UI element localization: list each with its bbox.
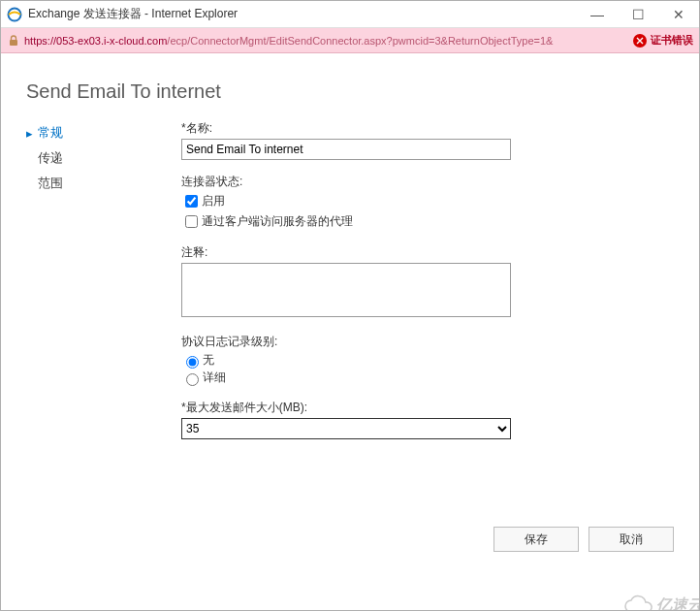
window-title: Exchange 发送连接器 - Internet Explorer — [28, 6, 577, 22]
cert-error[interactable]: 证书错误 — [633, 33, 693, 48]
page-title: Send Email To internet — [26, 80, 674, 103]
cancel-button[interactable]: 取消 — [589, 527, 674, 552]
loglevel-label: 协议日志记录级别: — [181, 334, 664, 350]
status-label: 连接器状态: — [181, 174, 664, 190]
nav-label: 常规 — [38, 124, 63, 142]
nav-label: 范围 — [38, 175, 63, 192]
content: Send Email To internet ▸ 常规 传递 范围 * — [1, 53, 699, 610]
ie-icon — [7, 7, 22, 22]
window: Exchange 发送连接器 - Internet Explorer — ☐ ✕… — [0, 0, 700, 611]
enable-label: 启用 — [202, 193, 225, 209]
watermark: 亿速云 — [621, 595, 700, 611]
cloud-icon — [621, 595, 654, 611]
save-button[interactable]: 保存 — [493, 527, 579, 552]
side-nav: ▸ 常规 传递 范围 — [26, 120, 181, 453]
layout: ▸ 常规 传递 范围 *名称: 连接器状态: — [26, 120, 674, 453]
close-button[interactable]: ✕ — [658, 1, 699, 27]
comment-label: 注释: — [181, 244, 664, 261]
maximize-button[interactable]: ☐ — [618, 1, 658, 27]
nav-label: 传递 — [38, 149, 63, 167]
name-label: *名称: — [181, 120, 664, 137]
url-path: /ecp/ConnectorMgmt/EditSendConnector.asp… — [167, 35, 627, 47]
proxy-label: 通过客户端访问服务器的代理 — [202, 213, 353, 230]
loglevel-detail-radio[interactable] — [186, 373, 199, 386]
comment-textarea[interactable] — [181, 263, 511, 317]
window-controls: — ☐ ✕ — [577, 1, 699, 27]
form: *名称: 连接器状态: 启用 通过客户端访问服务器的代理 注释: — [181, 120, 674, 453]
url-host: https://053-ex03.i-x-cloud.com — [24, 35, 167, 47]
chevron-right-icon: ▸ — [26, 126, 36, 141]
loglevel-none-label: 无 — [203, 352, 214, 369]
nav-item-delivery[interactable]: 传递 — [26, 145, 181, 171]
minimize-button[interactable]: — — [577, 1, 618, 27]
nav-item-scope[interactable]: 范围 — [26, 171, 181, 196]
nav-item-general[interactable]: ▸ 常规 — [26, 120, 181, 145]
enable-checkbox[interactable] — [185, 195, 198, 208]
maxsize-select[interactable]: 35 — [181, 418, 511, 439]
svg-rect-1 — [10, 40, 17, 46]
button-bar: 保存 取消 — [493, 527, 674, 552]
name-input[interactable] — [181, 139, 511, 160]
proxy-checkbox[interactable] — [185, 215, 198, 228]
loglevel-none-radio[interactable] — [186, 356, 199, 369]
cert-error-text: 证书错误 — [651, 33, 693, 48]
watermark-text: 亿速云 — [656, 595, 700, 612]
loglevel-detail-label: 详细 — [203, 370, 226, 386]
maxsize-label: *最大发送邮件大小(MB): — [181, 400, 664, 416]
address-bar[interactable]: https://053-ex03.i-x-cloud.com /ecp/Conn… — [1, 28, 699, 53]
titlebar: Exchange 发送连接器 - Internet Explorer — ☐ ✕ — [1, 1, 699, 28]
cert-error-icon — [633, 34, 647, 48]
lock-icon — [7, 34, 20, 48]
